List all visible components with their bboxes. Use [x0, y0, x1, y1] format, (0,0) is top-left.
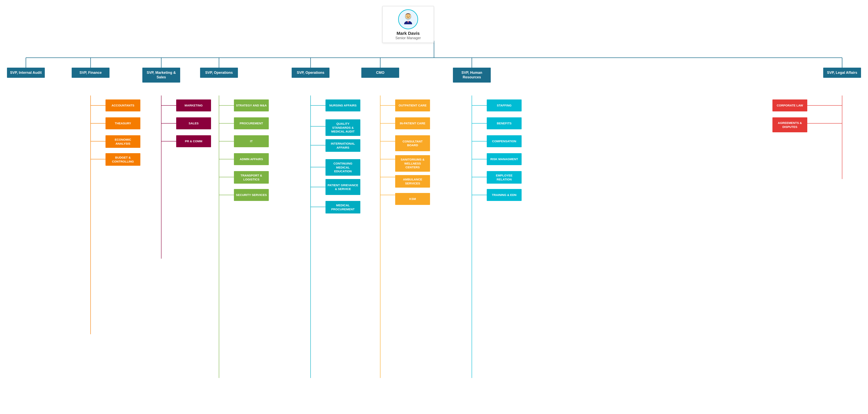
svp-operations-2[interactable]: SVP, Operations	[292, 68, 330, 78]
svg-point-53	[409, 16, 409, 16]
dept-sales[interactable]: SALES	[176, 117, 211, 129]
root-name: Mark Davis	[384, 31, 432, 36]
dept-security-services[interactable]: SECURITY SERVICES	[234, 189, 269, 201]
svp-cmo[interactable]: CMO	[361, 68, 399, 78]
dept-ambulance-services[interactable]: AMBULANCE SERVICES	[395, 175, 430, 187]
dept-it[interactable]: IT	[234, 135, 269, 147]
dept-compensation[interactable]: COMPENSATION	[487, 135, 522, 147]
dept-outpatient-care[interactable]: OUTPATIENT CARE	[395, 100, 430, 111]
root-title: Senior Manager	[384, 36, 432, 40]
dept-inpatient-care[interactable]: IN-PATIENT CARE	[395, 117, 430, 129]
dept-pr-comm[interactable]: PR & COMM	[176, 135, 211, 147]
org-chart: Mark Davis Senior Manager SVP, Internal …	[0, 0, 868, 414]
dept-budget-controlling[interactable]: BUDGET & CONTROLLING	[105, 153, 141, 166]
svp-hr[interactable]: SVP, Human Resources	[453, 68, 491, 82]
dept-patient-grievance[interactable]: PATIENT GRIEVANCE & SERVICE	[326, 179, 360, 195]
svp-legal[interactable]: SVP, Legal Affairs	[823, 68, 861, 78]
dept-procurement[interactable]: PROCUREMENT	[234, 117, 269, 129]
svp-operations-1[interactable]: SVP, Operations	[200, 68, 238, 78]
dept-quality-standards[interactable]: QUALITY STANDARDS & MEDICAL AUDIT	[326, 119, 360, 136]
dept-training-edn[interactable]: TRAINING & EDN	[487, 189, 522, 201]
svp-internal-audit[interactable]: SVP, Internal Audit	[7, 68, 45, 78]
dept-risk-management[interactable]: RISK MANAGMENT	[487, 153, 522, 165]
dept-nursing-affairs[interactable]: NURSING AFFAIRS	[326, 100, 360, 111]
dept-staffing[interactable]: STAFFING	[487, 100, 522, 111]
dept-accountants[interactable]: ACCOUNTANTS	[105, 100, 141, 111]
svp-finance[interactable]: SVP, Finance	[72, 68, 110, 78]
dept-economic-analysis[interactable]: ECONOMIC ANALYSIS	[105, 135, 141, 148]
dept-marketing[interactable]: MARKETING	[176, 100, 211, 111]
dept-admin-affairs[interactable]: ADMIN AFFAIRS	[234, 153, 269, 165]
dept-international-affairs[interactable]: INTERNATIONAL AFFAIRS	[326, 139, 360, 152]
dept-corporate-law[interactable]: CORPORATE LAW	[772, 100, 807, 111]
dept-strategy-ma[interactable]: STRATEGY AND M&A	[234, 100, 269, 111]
dept-agreements-disputes[interactable]: AGREEMENTS & DISPUTES	[772, 117, 807, 132]
root-node: Mark Davis Senior Manager	[382, 6, 434, 43]
dept-treasury[interactable]: THEASURY	[105, 117, 141, 129]
dept-transport-logistics[interactable]: TRANSPORT & LOGISTICS	[234, 171, 269, 184]
dept-ksm[interactable]: KSM	[395, 193, 430, 205]
dept-employee-relation[interactable]: EMPLOYEE RELATION	[487, 171, 522, 184]
dept-medical-procurement[interactable]: MEDICAL PROCUREMENT	[326, 201, 360, 213]
avatar	[398, 9, 418, 29]
dept-sanitoriums[interactable]: SANITORIUMS & WELLNESS CENTERS	[395, 155, 430, 172]
svg-point-52	[407, 16, 407, 16]
dept-consultant-board[interactable]: CONSULTANT BOARD	[395, 135, 430, 151]
dept-continuing-medical-edu[interactable]: CONTINUING MEDICAL EDUCATION	[326, 159, 360, 176]
svp-marketing-sales[interactable]: SVP, Marketing & Sales	[142, 68, 180, 82]
dept-benefits[interactable]: BENEFITS	[487, 117, 522, 129]
